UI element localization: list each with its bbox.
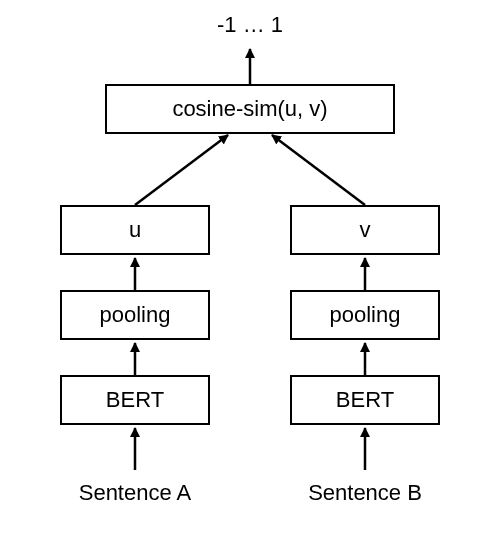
embedding-v-box: v — [290, 205, 440, 255]
embedding-v-label: v — [360, 217, 371, 243]
input-right-label: Sentence B — [270, 478, 460, 508]
pooling-right-label: pooling — [330, 302, 401, 328]
pooling-right-box: pooling — [290, 290, 440, 340]
input-left-label: Sentence A — [40, 478, 230, 508]
diagram-stage: -1 … 1 cosine-sim(u, v) u pooling BERT S… — [0, 0, 500, 536]
pooling-left-box: pooling — [60, 290, 210, 340]
svg-line-1 — [135, 135, 228, 205]
bert-right-box: BERT — [290, 375, 440, 425]
svg-line-2 — [272, 135, 365, 205]
arrows-layer — [0, 0, 500, 536]
pooling-left-label: pooling — [100, 302, 171, 328]
embedding-u-label: u — [129, 217, 141, 243]
bert-left-box: BERT — [60, 375, 210, 425]
cosine-sim-box: cosine-sim(u, v) — [105, 84, 395, 134]
bert-right-label: BERT — [336, 387, 394, 413]
embedding-u-box: u — [60, 205, 210, 255]
output-range-label: -1 … 1 — [0, 10, 500, 40]
cosine-sim-label: cosine-sim(u, v) — [172, 96, 327, 122]
bert-left-label: BERT — [106, 387, 164, 413]
